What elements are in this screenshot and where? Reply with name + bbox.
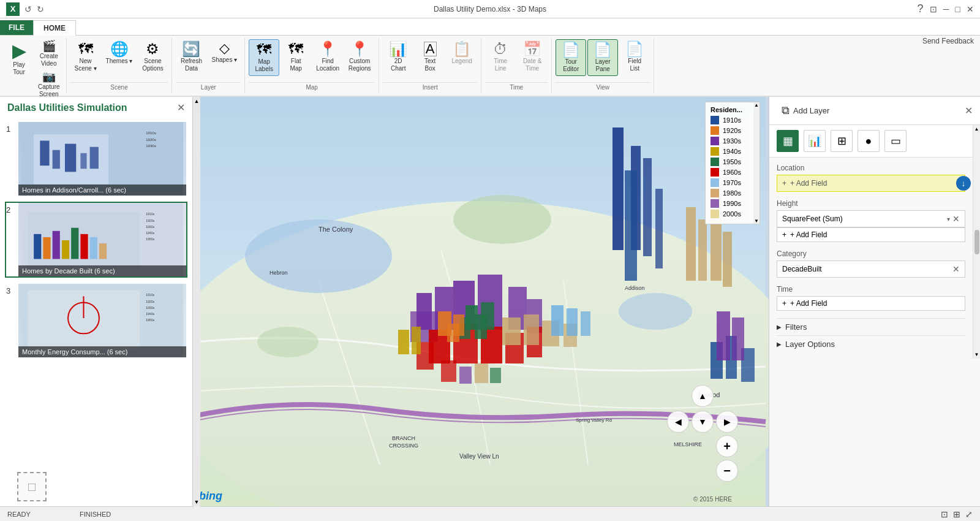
ribbon-group-map: 🗺 MapLabels 🗺 FlatMap 📍 FindLocation 📍 C… [245,38,379,93]
send-feedback[interactable]: Send Feedback [922,37,974,45]
close-icon[interactable]: ✕ [967,4,974,14]
dropzone-indicator: ↓ [956,176,971,191]
scene-options-button[interactable]: ⚙ SceneOptions [137,39,168,75]
field-list-icon: 📄 [625,42,644,56]
right-scroll-up[interactable]: ▲ [974,126,979,132]
restore-icon[interactable]: ⊡ [930,4,937,14]
add-scene-button[interactable]: □ [17,472,47,501]
status-icon-2[interactable]: ⊞ [953,509,960,519]
layer-icon-dots[interactable]: ⊞ [831,130,853,152]
tab-file[interactable]: FILE [0,20,33,35]
height-dropdown-icon[interactable]: ▾ [947,216,950,222]
svg-rect-44 [655,189,663,268]
scene-item-1[interactable]: 1 1910s 1920s 1930s H [5,121,187,197]
redo-button[interactable]: ↻ [37,4,44,14]
nav-up-button[interactable]: ▲ [692,385,714,407]
2d-chart-button[interactable]: 📊 2DChart [383,39,413,75]
legend-item: 1980s [710,189,755,197]
field-list-button[interactable]: 📄 FieldList [619,39,650,75]
time-section: Time + + Add Field [777,285,965,311]
layer-options-section[interactable]: ▶ Layer Options [777,335,965,352]
filters-section[interactable]: ▶ Filters [777,318,965,335]
height-add-field[interactable]: + + Add Field [777,227,965,242]
map-area[interactable]: The Colony Hebron Addison Inwood Valley … [193,97,769,506]
svg-rect-85 [475,363,488,383]
map-labels-button[interactable]: 🗺 MapLabels [249,39,279,76]
minimize-icon[interactable]: ─ [943,4,949,14]
map-copyright: © 2015 HERE [693,496,732,503]
status-ready: READY [7,511,31,518]
undo-button[interactable]: ↺ [24,4,32,14]
nav-down-button[interactable]: ▼ [692,411,714,433]
maximize-icon[interactable]: □ [956,4,960,14]
scene-item-2[interactable]: 2 1910s 1920s [5,202,187,278]
zoom-out-button[interactable]: − [716,460,738,482]
find-location-button[interactable]: 📍 FindLocation [312,39,343,75]
legend-item: 1960s [710,168,755,177]
svg-rect-45 [686,207,696,281]
zoom-in-button[interactable]: + [716,435,738,457]
legend-button[interactable]: 📋 Legend [447,39,477,67]
tour-editor-button[interactable]: 📄 TourEditor [556,39,586,76]
height-clear-button[interactable]: ✕ [952,214,960,224]
time-line-button[interactable]: ⏱ TimeLine [485,39,516,75]
play-tour-button[interactable]: ▶ PlayTour [4,39,34,78]
scene-item-3[interactable]: 3 1910s 1920s 1930s 1940s 1950s Monthly … [5,283,187,359]
new-scene-icon: 🗺 [78,42,93,56]
map-scrollbar-left[interactable]: ▲ ▼ [193,97,200,506]
right-scroll-thumb[interactable] [974,230,979,254]
scene-options-icon: ⚙ [146,42,159,56]
scroll-up[interactable]: ▲ [193,97,200,105]
custom-regions-button[interactable]: 📍 CustomRegions [344,39,375,75]
location-add-field[interactable]: + + Add Field ↓ [777,175,965,192]
layer-pane-button[interactable]: 📄 LayerPane [587,39,618,76]
add-scene-icon: □ [28,480,36,494]
themes-button[interactable]: 🌐 Themes ▾ [102,39,137,67]
legend-scrollbar[interactable]: ▲ ▼ [753,102,760,224]
date-time-button[interactable]: 📅 Date &Time [517,39,548,75]
help-icon[interactable]: ? [918,2,924,15]
scroll-down[interactable]: ▼ [193,498,200,506]
scenes-close-button[interactable]: ✕ [177,102,185,113]
height-add-icon: + [782,230,786,239]
tab-home[interactable]: HOME [33,20,76,36]
layer-icon-chart[interactable]: 📊 [804,130,826,152]
legend-scroll-down[interactable]: ▼ [753,218,760,224]
layer-options-arrow: ▶ [777,341,782,348]
svg-rect-43 [643,158,652,256]
svg-rect-15 [62,240,69,259]
flat-map-button[interactable]: 🗺 FlatMap [281,39,311,75]
layer-icon-bubble[interactable]: ● [858,130,880,152]
layer-pane-icon: 📄 [594,42,612,57]
legend-scroll-up[interactable]: ▲ [753,102,760,108]
category-clear-button[interactable]: ✕ [952,264,960,274]
time-add-field[interactable]: + + Add Field [777,296,965,311]
status-icon-3[interactable]: ⤢ [965,509,973,519]
add-layer-button[interactable]: ⧉ Add Layer [777,102,834,120]
svg-text:Valley View Ln: Valley View Ln [459,453,499,460]
svg-rect-6 [90,147,99,169]
nav-right-button[interactable]: ▶ [716,411,738,433]
refresh-icon: 🔄 [182,42,200,56]
create-video-button[interactable]: 🎬 CreateVideo [36,39,62,69]
category-section: Category DecadeBuilt ✕ [777,249,965,278]
new-scene-button[interactable]: 🗺 NewScene ▾ [70,39,101,75]
scenes-panel: Dallas Utilities Simulation ✕ 1 [0,97,193,506]
layer-icon-region[interactable]: ▭ [884,130,907,152]
right-panel-close-button[interactable]: ✕ [965,105,973,116]
capture-screen-button[interactable]: 📷 CaptureScreen [36,70,62,99]
text-box-button[interactable]: A TextBox [415,39,445,75]
scenes-header: Dallas Utilities Simulation ✕ [0,97,192,118]
right-scroll-down[interactable]: ▼ [974,352,979,357]
add-field-icon: + [782,179,786,188]
right-panel-scrollbar[interactable]: ▲ ▼ [973,125,980,359]
legend-item: 2000s [710,210,755,218]
status-icon-1[interactable]: ⊡ [941,509,948,519]
svg-rect-86 [490,368,501,383]
layer-icon-grid[interactable]: ▦ [777,130,799,152]
refresh-data-button[interactable]: 🔄 RefreshData [176,39,206,75]
svg-rect-48 [723,232,732,287]
shapes-button[interactable]: ◇ Shapes ▾ [208,39,241,66]
nav-left-button[interactable]: ◀ [667,411,689,433]
themes-icon: 🌐 [110,42,129,56]
